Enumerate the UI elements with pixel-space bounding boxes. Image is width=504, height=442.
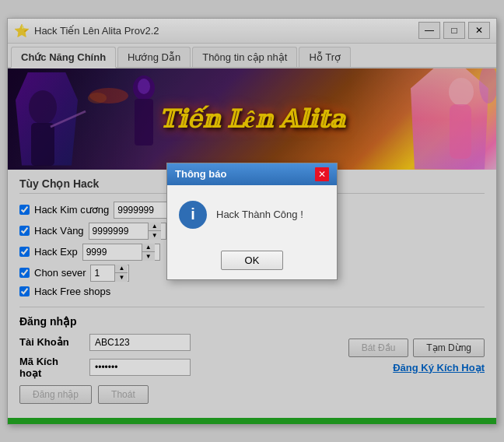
main-window: ⭐ Hack Tiến Lên Alita Prov2.2 — □ ✕ Chức… [7, 18, 497, 425]
modal-message: Hack Thành Công ! [216, 209, 303, 220]
info-icon: i [179, 201, 207, 229]
modal-close-button[interactable]: ✕ [315, 167, 329, 181]
modal-dialog: Thông báo ✕ i Hack Thành Công ! OK [166, 163, 338, 280]
modal-overlay: Thông báo ✕ i Hack Thành Công ! OK [8, 19, 496, 424]
modal-body: i Hack Thành Công ! [167, 185, 337, 244]
modal-title-bar: Thông báo ✕ [167, 163, 337, 185]
modal-title: Thông báo [175, 168, 226, 180]
modal-footer: OK [167, 244, 337, 279]
modal-ok-button[interactable]: OK [221, 251, 284, 270]
